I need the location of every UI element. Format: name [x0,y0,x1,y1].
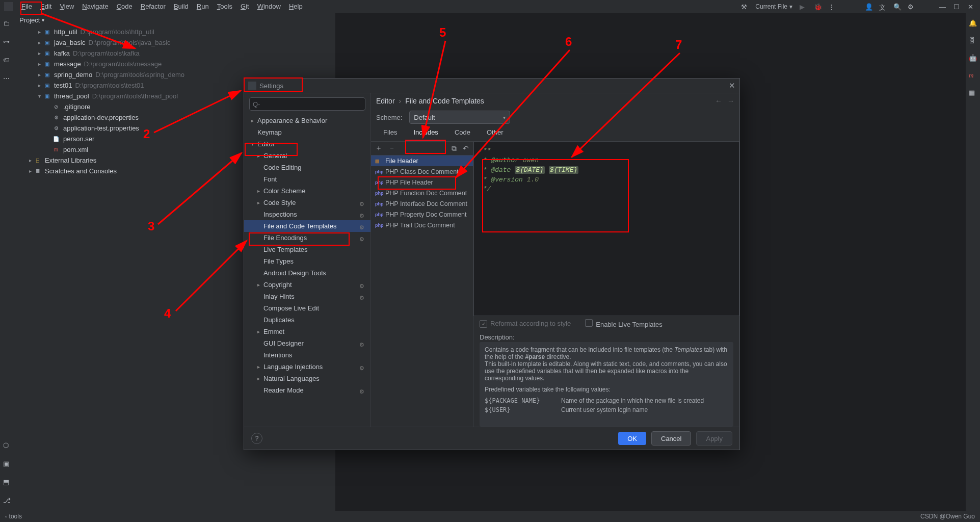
menu-tools[interactable]: Tools [213,3,236,10]
template-row[interactable]: phpPHP Property Doc Comment [371,209,473,220]
settings-row-compose-live-edit[interactable]: Compose Live Edit [244,302,370,314]
minimize-icon[interactable]: — [939,3,946,10]
git-tool-icon[interactable]: ⎇ [3,497,11,505]
project-panel-header[interactable]: Project ▾ [14,13,335,27]
maximize-icon[interactable]: ☐ [953,3,961,10]
close-icon[interactable]: ✕ [968,3,975,10]
settings-row-file-encodings[interactable]: File Encodings [244,232,370,244]
settings-row-keymap[interactable]: Keymap [244,126,370,138]
project-tool-icon[interactable]: 🗀 [3,19,11,28]
settings-row-general[interactable]: ▸General [244,150,370,162]
dialog-title: Settings [259,82,283,90]
live-templates-checkbox[interactable]: Enable Live Templates [585,319,663,328]
settings-row-editor[interactable]: ▾Editor [244,138,370,150]
revert-template-icon[interactable]: ↶ [463,144,469,152]
template-code-editor[interactable]: /** * @author owen * @date ${DATE} ${TIM… [473,142,739,316]
settings-row-code-editing[interactable]: Code Editing [244,162,370,173]
settings-row-inspections[interactable]: Inspections [244,208,370,220]
ok-button[interactable]: OK [618,432,646,445]
hammer-icon[interactable]: ⚒ [741,3,748,10]
cancel-button[interactable]: Cancel [651,431,691,446]
status-bar: ▫ tools CSDN @Owen Guo [0,511,980,522]
settings-row-android-design-tools[interactable]: Android Design Tools [244,267,370,279]
run-icon[interactable]: ▶ [800,3,807,10]
tree-row[interactable]: ▸▣messageD:\program\tools\message [16,59,335,69]
tab-files[interactable]: Files [376,125,404,141]
template-list[interactable]: ▤File HeaderphpPHP Class Doc CommentphpP… [371,155,473,427]
gradle-tool-icon[interactable]: ▦ [969,89,977,97]
reformat-checkbox: Reformat according to style [480,320,571,328]
template-row[interactable]: ▤File Header [371,155,473,166]
run-config-combo[interactable]: Current File ▾ [755,3,792,10]
settings-row-duplicates[interactable]: Duplicates [244,314,370,326]
structure-tool-icon[interactable]: ⊶ [3,38,11,46]
search-placeholder: Q- [253,100,260,108]
menu-window[interactable]: Window [253,3,285,10]
menu-navigate[interactable]: Navigate [78,3,112,10]
menu-edit[interactable]: Edit [36,3,56,10]
template-row[interactable]: phpPHP Function Doc Comment [371,188,473,198]
maven-tool-icon[interactable]: m [969,71,977,80]
dialog-close-icon[interactable]: ✕ [729,81,735,90]
settings-row-intentions[interactable]: Intentions [244,349,370,361]
settings-row-font[interactable]: Font [244,173,370,185]
more-icon[interactable]: ⋮ [828,3,835,10]
settings-row-language-injections[interactable]: ▸Language Injections [244,361,370,373]
settings-row-copyright[interactable]: ▸Copyright [244,279,370,291]
menu-code[interactable]: Code [113,3,137,10]
tab-includes[interactable]: Includes [406,125,445,141]
nav-fwd-icon[interactable]: → [727,97,734,105]
help-icon[interactable]: ? [251,433,262,444]
template-row[interactable]: phpPHP Class Doc Comment [371,166,473,177]
tab-code[interactable]: Code [447,125,478,141]
add-template-icon[interactable]: ＋ [375,144,382,153]
settings-tree[interactable]: ▸Appearance & BehaviorKeymap▾Editor▸Gene… [244,115,370,427]
services-tool-icon[interactable]: ⬡ [3,441,11,450]
menu-file[interactable]: File [17,3,36,10]
user-icon[interactable]: 👤 [865,3,872,10]
template-row[interactable]: phpPHP Trait Doc Comment [371,220,473,230]
settings-row-reader-mode[interactable]: Reader Mode [244,384,370,396]
dialog-title-bar[interactable]: Settings ✕ [244,79,739,93]
settings-row-gui-designer[interactable]: GUI Designer [244,337,370,349]
settings-row-emmet[interactable]: ▸Emmet [244,326,370,337]
menu-build[interactable]: Build [170,3,193,10]
menu-git[interactable]: Git [236,3,253,10]
menu-refactor[interactable]: Refactor [137,3,170,10]
terminal-tool-icon[interactable]: ▣ [3,460,11,468]
menu-help[interactable]: Help [285,3,307,10]
search-icon[interactable]: 🔍 [893,3,900,10]
crumb-0[interactable]: Editor [376,97,395,105]
menu-view[interactable]: View [56,3,78,10]
gear-icon[interactable]: ⚙ [908,3,915,10]
crumb-1: File and Code Templates [405,97,484,105]
settings-row-inlay-hints[interactable]: Inlay Hints [244,291,370,302]
database-tool-icon[interactable]: 🗄 [969,37,977,45]
settings-row-file-types[interactable]: File Types [244,255,370,267]
more-tools-icon[interactable]: ⋯ [3,74,11,83]
settings-row-live-templates[interactable]: Live Templates [244,244,370,255]
template-row[interactable]: phpPHP Interface Doc Comment [371,198,473,209]
problems-tool-icon[interactable]: ⬒ [3,478,11,486]
ai-tool-icon[interactable]: 🤖 [969,54,977,62]
tree-row[interactable]: ▸▣java_basicD:\program\tools\java_basic [16,37,335,48]
translate-icon[interactable]: 文A [879,3,886,10]
scheme-combo[interactable]: Default ▾ [409,111,510,124]
settings-row-code-style[interactable]: ▸Code Style [244,197,370,208]
tree-row[interactable]: ▸▣http_utilD:\program\tools\http_util [16,27,335,37]
nav-back-icon[interactable]: ← [715,97,722,105]
settings-row-color-scheme[interactable]: ▸Color Scheme [244,185,370,197]
copy-template-icon[interactable]: ⧉ [452,144,457,153]
template-row[interactable]: phpPHP File Header [371,177,473,188]
settings-row-appearance-behavior[interactable]: ▸Appearance & Behavior [244,115,370,126]
menu-run[interactable]: Run [193,3,213,10]
bookmarks-tool-icon[interactable]: 🏷 [3,56,11,64]
settings-row-file-and-code-templates[interactable]: File and Code Templates [244,220,370,232]
app-icon [4,2,13,11]
settings-search-input[interactable]: Q- [249,97,365,111]
notifications-icon[interactable]: 🔔 [969,19,977,28]
debug-icon[interactable]: 🐞 [814,3,821,10]
tree-row[interactable]: ▸▣kafkaD:\program\tools\kafka [16,48,335,59]
tab-other[interactable]: Other [480,125,511,141]
settings-row-natural-languages[interactable]: ▸Natural Languages [244,373,370,384]
